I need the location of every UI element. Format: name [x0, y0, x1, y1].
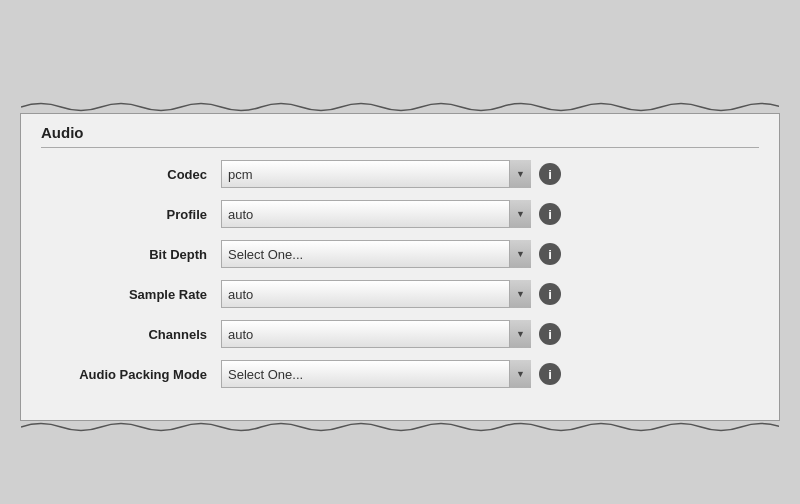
panel-title: Audio: [41, 124, 759, 148]
label-codec: Codec: [41, 167, 221, 182]
info-icon-sample-rate[interactable]: i: [539, 283, 561, 305]
select-sample-rate[interactable]: auto220504410048000: [221, 280, 531, 308]
row-sample-rate: Sample Rateauto220504410048000i: [41, 280, 759, 308]
label-channels: Channels: [41, 327, 221, 342]
row-codec: Codecpcmaacmp3ac3i: [41, 160, 759, 188]
control-wrap-sample-rate: auto220504410048000i: [221, 280, 561, 308]
select-wrapper-audio-packing-mode: Select One...NormalPacked: [221, 360, 531, 388]
label-audio-packing-mode: Audio Packing Mode: [41, 367, 221, 382]
label-sample-rate: Sample Rate: [41, 287, 221, 302]
select-channels[interactable]: auto125.1: [221, 320, 531, 348]
label-profile: Profile: [41, 207, 221, 222]
row-bit-depth: Bit DepthSelect One...8162432i: [41, 240, 759, 268]
select-audio-packing-mode[interactable]: Select One...NormalPacked: [221, 360, 531, 388]
info-icon-profile[interactable]: i: [539, 203, 561, 225]
label-bit-depth: Bit Depth: [41, 247, 221, 262]
select-wrapper-channels: auto125.1: [221, 320, 531, 348]
select-wrapper-codec: pcmaacmp3ac3: [221, 160, 531, 188]
select-wrapper-sample-rate: auto220504410048000: [221, 280, 531, 308]
select-bit-depth[interactable]: Select One...8162432: [221, 240, 531, 268]
info-icon-audio-packing-mode[interactable]: i: [539, 363, 561, 385]
select-codec[interactable]: pcmaacmp3ac3: [221, 160, 531, 188]
control-wrap-audio-packing-mode: Select One...NormalPackedi: [221, 360, 561, 388]
panel-bottom-edge: [21, 420, 779, 434]
info-icon-channels[interactable]: i: [539, 323, 561, 345]
control-wrap-channels: auto125.1i: [221, 320, 561, 348]
select-wrapper-profile: autobaselinemainhigh: [221, 200, 531, 228]
row-channels: Channelsauto125.1i: [41, 320, 759, 348]
info-icon-codec[interactable]: i: [539, 163, 561, 185]
select-wrapper-bit-depth: Select One...8162432: [221, 240, 531, 268]
row-audio-packing-mode: Audio Packing ModeSelect One...NormalPac…: [41, 360, 759, 388]
control-wrap-bit-depth: Select One...8162432i: [221, 240, 561, 268]
audio-panel: Audio Codecpcmaacmp3ac3iProfileautobasel…: [20, 113, 780, 421]
control-wrap-codec: pcmaacmp3ac3i: [221, 160, 561, 188]
info-icon-bit-depth[interactable]: i: [539, 243, 561, 265]
row-profile: Profileautobaselinemainhighi: [41, 200, 759, 228]
select-profile[interactable]: autobaselinemainhigh: [221, 200, 531, 228]
panel-top-edge: [21, 100, 779, 114]
control-wrap-profile: autobaselinemainhighi: [221, 200, 561, 228]
